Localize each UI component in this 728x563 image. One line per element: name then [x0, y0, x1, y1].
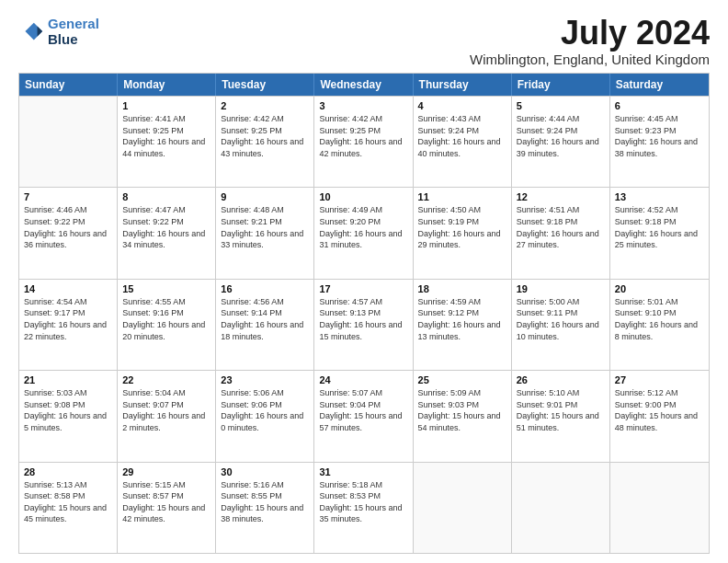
calendar-cell: 5 Sunrise: 4:44 AMSunset: 9:24 PMDayligh… — [512, 97, 610, 187]
calendar-cell — [512, 463, 610, 553]
day-number: 21 — [24, 374, 112, 385]
day-number: 10 — [319, 191, 407, 202]
calendar-cell: 11 Sunrise: 4:50 AMSunset: 9:19 PMDaylig… — [414, 188, 512, 278]
calendar-cell: 18 Sunrise: 4:59 AMSunset: 9:12 PMDaylig… — [414, 280, 512, 370]
cell-content: Sunrise: 5:12 AMSunset: 9:00 PMDaylight:… — [615, 387, 704, 433]
cell-content: Sunrise: 4:45 AMSunset: 9:23 PMDaylight:… — [615, 113, 704, 159]
cell-content: Sunrise: 5:06 AMSunset: 9:06 PMDaylight:… — [221, 387, 309, 433]
calendar-cell: 4 Sunrise: 4:43 AMSunset: 9:24 PMDayligh… — [414, 97, 512, 187]
cell-content: Sunrise: 4:42 AMSunset: 9:25 PMDaylight:… — [319, 113, 407, 159]
cell-content: Sunrise: 4:59 AMSunset: 9:12 PMDaylight:… — [418, 296, 506, 342]
day-number: 4 — [418, 100, 506, 111]
cell-content: Sunrise: 5:07 AMSunset: 9:04 PMDaylight:… — [319, 387, 407, 433]
cell-content: Sunrise: 4:49 AMSunset: 9:20 PMDaylight:… — [319, 204, 407, 250]
calendar-cell: 26 Sunrise: 5:10 AMSunset: 9:01 PMDaylig… — [512, 371, 610, 461]
day-number: 20 — [615, 283, 704, 294]
page: General Blue July 2024 Wimblington, Engl… — [0, 0, 728, 563]
calendar-cell: 20 Sunrise: 5:01 AMSunset: 9:10 PMDaylig… — [610, 280, 709, 370]
calendar-cell: 22 Sunrise: 5:04 AMSunset: 9:07 PMDaylig… — [118, 371, 216, 461]
calendar-cell: 2 Sunrise: 4:42 AMSunset: 9:25 PMDayligh… — [216, 97, 314, 187]
day-number: 30 — [221, 466, 309, 477]
cell-content: Sunrise: 5:10 AMSunset: 9:01 PMDaylight:… — [517, 387, 605, 433]
day-number: 9 — [221, 191, 309, 202]
calendar-cell: 10 Sunrise: 4:49 AMSunset: 9:20 PMDaylig… — [314, 188, 413, 278]
logo-text: General Blue — [48, 17, 99, 47]
cell-content: Sunrise: 4:48 AMSunset: 9:21 PMDaylight:… — [221, 204, 309, 250]
day-number: 16 — [221, 283, 309, 294]
header-sunday: Sunday — [19, 74, 118, 96]
calendar-cell: 24 Sunrise: 5:07 AMSunset: 9:04 PMDaylig… — [314, 371, 413, 461]
calendar-cell: 12 Sunrise: 4:51 AMSunset: 9:18 PMDaylig… — [512, 188, 610, 278]
calendar-cell: 14 Sunrise: 4:54 AMSunset: 9:17 PMDaylig… — [19, 280, 118, 370]
calendar-body: 1 Sunrise: 4:41 AMSunset: 9:25 PMDayligh… — [19, 96, 709, 553]
day-number: 31 — [319, 466, 407, 477]
day-number: 5 — [517, 100, 605, 111]
calendar-row-5: 28 Sunrise: 5:13 AMSunset: 8:58 PMDaylig… — [19, 462, 709, 553]
cell-content: Sunrise: 5:00 AMSunset: 9:11 PMDaylight:… — [517, 296, 605, 342]
calendar-row-4: 21 Sunrise: 5:03 AMSunset: 9:08 PMDaylig… — [19, 370, 709, 461]
day-number: 29 — [122, 466, 210, 477]
cell-content: Sunrise: 4:55 AMSunset: 9:16 PMDaylight:… — [122, 296, 210, 342]
calendar-cell: 28 Sunrise: 5:13 AMSunset: 8:58 PMDaylig… — [19, 463, 118, 553]
calendar-cell: 9 Sunrise: 4:48 AMSunset: 9:21 PMDayligh… — [216, 188, 314, 278]
header-saturday: Saturday — [610, 74, 709, 96]
calendar-cell: 25 Sunrise: 5:09 AMSunset: 9:03 PMDaylig… — [414, 371, 512, 461]
day-number: 17 — [319, 283, 407, 294]
main-title: July 2024 — [470, 17, 710, 50]
cell-content: Sunrise: 4:42 AMSunset: 9:25 PMDaylight:… — [221, 113, 309, 159]
cell-content: Sunrise: 4:47 AMSunset: 9:22 PMDaylight:… — [122, 204, 210, 250]
header-monday: Monday — [118, 74, 216, 96]
day-number: 24 — [319, 374, 407, 385]
calendar-cell: 1 Sunrise: 4:41 AMSunset: 9:25 PMDayligh… — [118, 97, 216, 187]
calendar-cell: 30 Sunrise: 5:16 AMSunset: 8:55 PMDaylig… — [216, 463, 314, 553]
day-number: 25 — [418, 374, 506, 385]
calendar-cell: 6 Sunrise: 4:45 AMSunset: 9:23 PMDayligh… — [610, 97, 709, 187]
day-number: 1 — [122, 100, 210, 111]
cell-content: Sunrise: 4:50 AMSunset: 9:19 PMDaylight:… — [418, 204, 506, 250]
calendar-cell: 27 Sunrise: 5:12 AMSunset: 9:00 PMDaylig… — [610, 371, 709, 461]
header: General Blue July 2024 Wimblington, Engl… — [18, 17, 710, 67]
subtitle: Wimblington, England, United Kingdom — [470, 52, 710, 67]
day-number: 3 — [319, 100, 407, 111]
cell-content: Sunrise: 4:43 AMSunset: 9:24 PMDaylight:… — [418, 113, 506, 159]
cell-content: Sunrise: 5:15 AMSunset: 8:57 PMDaylight:… — [122, 479, 210, 525]
cell-content: Sunrise: 4:44 AMSunset: 9:24 PMDaylight:… — [517, 113, 605, 159]
cell-content: Sunrise: 5:09 AMSunset: 9:03 PMDaylight:… — [418, 387, 506, 433]
cell-content: Sunrise: 5:16 AMSunset: 8:55 PMDaylight:… — [221, 479, 309, 525]
day-number: 18 — [418, 283, 506, 294]
cell-content: Sunrise: 5:13 AMSunset: 8:58 PMDaylight:… — [24, 479, 112, 525]
day-number: 23 — [221, 374, 309, 385]
calendar-cell: 7 Sunrise: 4:46 AMSunset: 9:22 PMDayligh… — [19, 188, 118, 278]
day-number: 14 — [24, 283, 112, 294]
cell-content: Sunrise: 5:18 AMSunset: 8:53 PMDaylight:… — [319, 479, 407, 525]
cell-content: Sunrise: 5:01 AMSunset: 9:10 PMDaylight:… — [615, 296, 704, 342]
calendar-row-3: 14 Sunrise: 4:54 AMSunset: 9:17 PMDaylig… — [19, 279, 709, 370]
calendar-cell: 13 Sunrise: 4:52 AMSunset: 9:18 PMDaylig… — [610, 188, 709, 278]
calendar-cell: 19 Sunrise: 5:00 AMSunset: 9:11 PMDaylig… — [512, 280, 610, 370]
day-number: 15 — [122, 283, 210, 294]
cell-content: Sunrise: 4:56 AMSunset: 9:14 PMDaylight:… — [221, 296, 309, 342]
day-number: 22 — [122, 374, 210, 385]
calendar-cell: 17 Sunrise: 4:57 AMSunset: 9:13 PMDaylig… — [314, 280, 413, 370]
calendar-cell: 16 Sunrise: 4:56 AMSunset: 9:14 PMDaylig… — [216, 280, 314, 370]
day-number: 2 — [221, 100, 309, 111]
cell-content: Sunrise: 4:54 AMSunset: 9:17 PMDaylight:… — [24, 296, 112, 342]
header-friday: Friday — [512, 74, 610, 96]
day-number: 12 — [517, 191, 605, 202]
svg-marker-1 — [38, 26, 43, 36]
calendar-cell: 23 Sunrise: 5:06 AMSunset: 9:06 PMDaylig… — [216, 371, 314, 461]
title-block: July 2024 Wimblington, England, United K… — [470, 17, 710, 67]
calendar-header: Sunday Monday Tuesday Wednesday Thursday… — [19, 74, 709, 96]
calendar-cell — [19, 97, 118, 187]
logo-icon — [18, 19, 44, 45]
cell-content: Sunrise: 5:04 AMSunset: 9:07 PMDaylight:… — [122, 387, 210, 433]
cell-content: Sunrise: 4:52 AMSunset: 9:18 PMDaylight:… — [615, 204, 704, 250]
cell-content: Sunrise: 4:57 AMSunset: 9:13 PMDaylight:… — [319, 296, 407, 342]
calendar-cell: 8 Sunrise: 4:47 AMSunset: 9:22 PMDayligh… — [118, 188, 216, 278]
day-number: 6 — [615, 100, 704, 111]
day-number: 26 — [517, 374, 605, 385]
header-thursday: Thursday — [414, 74, 512, 96]
day-number: 27 — [615, 374, 704, 385]
calendar-cell: 31 Sunrise: 5:18 AMSunset: 8:53 PMDaylig… — [314, 463, 413, 553]
day-number: 11 — [418, 191, 506, 202]
